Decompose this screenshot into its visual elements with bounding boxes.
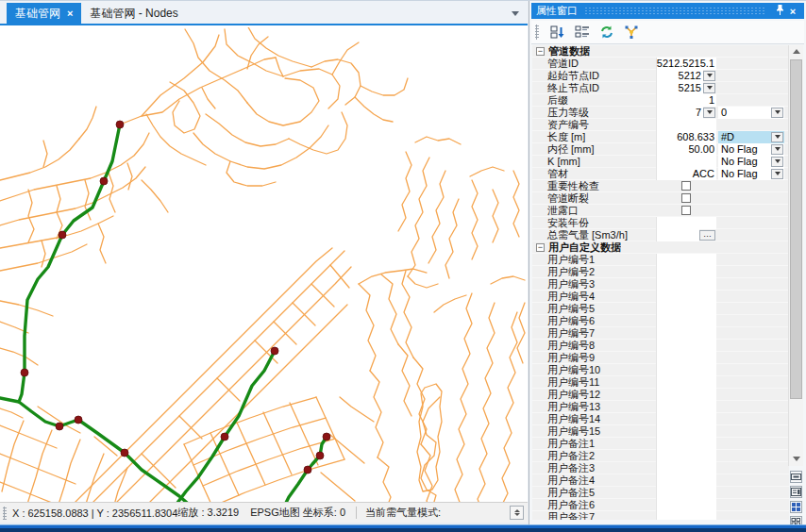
pipe-line[interactable]: [453, 293, 472, 502]
pipe-network-map[interactable]: [0, 27, 528, 502]
node-dot[interactable]: [100, 177, 108, 185]
pipe-line[interactable]: [445, 199, 459, 278]
dropdown-icon[interactable]: [771, 144, 783, 155]
property-value-field[interactable]: [656, 425, 716, 438]
pipe-line[interactable]: [184, 397, 316, 444]
pipe-line[interactable]: [179, 416, 202, 439]
property-value-field[interactable]: [656, 511, 716, 521]
property-value-field[interactable]: [656, 352, 716, 364]
pipe-line[interactable]: [247, 78, 319, 125]
pipe-line[interactable]: [185, 29, 247, 103]
flag-value[interactable]: No Flag: [718, 168, 771, 179]
property-value-field[interactable]: [656, 315, 716, 327]
pipe-line[interactable]: [321, 473, 355, 501]
refresh-icon[interactable]: [598, 25, 614, 41]
pipe-line[interactable]: [359, 269, 427, 284]
tab-overflow-icon[interactable]: [512, 11, 519, 16]
property-value-field[interactable]: 608.633: [656, 131, 716, 143]
node-dot[interactable]: [56, 423, 63, 430]
dropdown-icon[interactable]: [703, 108, 715, 118]
pipe-line[interactable]: [472, 180, 478, 259]
property-value-field[interactable]: [656, 499, 716, 511]
property-value-field[interactable]: ACC: [656, 168, 716, 180]
pipe-line[interactable]: [0, 425, 57, 448]
tab-close-icon[interactable]: ×: [67, 8, 73, 19]
property-value-field[interactable]: [656, 340, 716, 352]
view-panes-icon[interactable]: [790, 486, 802, 498]
pipe-line[interactable]: [0, 408, 23, 418]
pipe-line[interactable]: [370, 371, 383, 457]
categorized-icon[interactable]: [574, 25, 590, 41]
view-horizontal-icon[interactable]: [790, 471, 802, 483]
pipe-line[interactable]: [43, 141, 47, 167]
checkbox[interactable]: [681, 193, 691, 203]
node-dot[interactable]: [75, 416, 82, 424]
pipe-line[interactable]: [0, 139, 79, 180]
property-value-field[interactable]: [656, 254, 716, 266]
pipe-line[interactable]: [289, 112, 347, 154]
node-dot[interactable]: [271, 347, 278, 355]
pipe-line[interactable]: [408, 158, 429, 276]
scroll-down-icon[interactable]: [789, 453, 803, 465]
pipe-line[interactable]: [293, 303, 315, 325]
pipe-line[interactable]: [28, 190, 34, 242]
flag-value[interactable]: No Flag: [718, 143, 771, 155]
pipe-line[interactable]: [361, 78, 408, 95]
flag-value[interactable]: No Flag: [718, 156, 771, 167]
collapse-icon[interactable]: −: [536, 47, 545, 56]
node-dot[interactable]: [121, 449, 128, 457]
checkbox[interactable]: [681, 206, 691, 215]
dropdown-icon[interactable]: [771, 157, 783, 167]
pipe-line[interactable]: [98, 224, 106, 263]
pipe-line[interactable]: [52, 248, 332, 502]
close-icon[interactable]: ×: [786, 6, 799, 17]
property-value-field[interactable]: [656, 401, 716, 413]
pipe-line[interactable]: [428, 171, 445, 263]
property-value-field[interactable]: [656, 474, 716, 487]
sort-descending-icon[interactable]: [549, 25, 565, 41]
property-value-field[interactable]: 5212.5215.1: [656, 58, 716, 70]
pipe-line[interactable]: [340, 397, 374, 422]
property-value-field[interactable]: 5212: [656, 70, 703, 82]
pipe-line[interactable]: [513, 171, 519, 237]
node-dot[interactable]: [304, 466, 311, 474]
pipe-line[interactable]: [434, 295, 466, 312]
pipe-line[interactable]: [217, 378, 240, 401]
pipe-line[interactable]: [500, 312, 517, 502]
pipe-line[interactable]: [476, 303, 495, 502]
tab-pipe-network[interactable]: 基础管网 ×: [7, 3, 81, 24]
pipe-line[interactable]: [517, 303, 525, 363]
pipe-line[interactable]: [359, 284, 376, 371]
pipe-line[interactable]: [381, 274, 398, 344]
pipe-line[interactable]: [330, 435, 364, 463]
property-value-field[interactable]: [656, 229, 699, 241]
property-value-field[interactable]: [656, 487, 716, 499]
pipe-line[interactable]: [378, 457, 393, 502]
selected-route-line[interactable]: [0, 398, 19, 402]
dropdown-icon[interactable]: [703, 83, 715, 93]
pipe-line[interactable]: [0, 167, 145, 225]
scroll-up-icon[interactable]: [789, 45, 803, 58]
flag-value[interactable]: 0: [718, 107, 771, 118]
node-dot[interactable]: [221, 433, 228, 441]
pipe-line[interactable]: [42, 241, 45, 267]
pipe-line[interactable]: [146, 114, 206, 165]
property-value-field[interactable]: 1: [656, 94, 716, 107]
node-dot[interactable]: [21, 369, 28, 376]
pipe-line[interactable]: [52, 440, 80, 502]
pipe-line[interactable]: [491, 276, 525, 284]
property-value-field[interactable]: [656, 450, 716, 462]
property-value-field[interactable]: [656, 376, 716, 389]
pipe-line[interactable]: [398, 344, 411, 416]
pipe-line[interactable]: [332, 42, 359, 75]
pipe-line[interactable]: [421, 397, 440, 502]
view-grid-blue-icon[interactable]: [790, 501, 802, 513]
property-value-field[interactable]: [656, 364, 716, 376]
pipe-line[interactable]: [0, 348, 38, 365]
dropdown-icon[interactable]: [703, 71, 715, 81]
checkbox[interactable]: [681, 181, 691, 191]
dropdown-icon[interactable]: [771, 169, 783, 179]
pipe-line[interactable]: [274, 322, 296, 344]
pipe-line[interactable]: [355, 97, 393, 122]
pipe-line[interactable]: [283, 69, 340, 108]
